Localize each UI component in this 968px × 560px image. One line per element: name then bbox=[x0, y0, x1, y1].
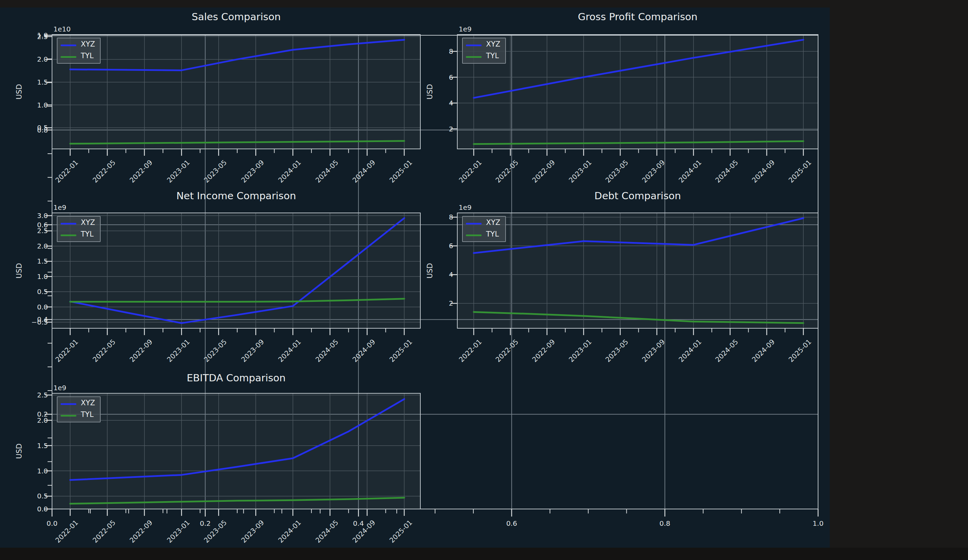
overlay-xtick-label: 0.4 bbox=[345, 519, 372, 528]
overlay-xtick-label: 1.0 bbox=[804, 519, 832, 528]
overlay-spines bbox=[52, 35, 818, 509]
overlay-ytick-label: 0.0 bbox=[10, 504, 48, 514]
overlay-ytick-label: 0.2 bbox=[10, 409, 48, 419]
overlay-ytick-label: 0.4 bbox=[10, 315, 48, 324]
overlay-xtick-label: 0.8 bbox=[651, 519, 678, 528]
overlay-xtick-label: 0.6 bbox=[498, 519, 525, 528]
overlay-axis-frame bbox=[0, 8, 830, 548]
bottom-page-strip bbox=[0, 548, 968, 560]
page-background: Sales Comparison1e10USD0.51.01.52.02.520… bbox=[0, 0, 968, 560]
overlay-xtick-label: 0.2 bbox=[192, 519, 219, 528]
overlay-ytick-label: 0.8 bbox=[10, 125, 48, 135]
overlay-ytick-label: 1.0 bbox=[10, 30, 48, 40]
overlay-ytick-label: 0.6 bbox=[10, 220, 48, 230]
overlay-xtick-label: 0.0 bbox=[38, 519, 66, 528]
matplotlib-figure: Sales Comparison1e10USD0.51.01.52.02.520… bbox=[0, 8, 830, 548]
